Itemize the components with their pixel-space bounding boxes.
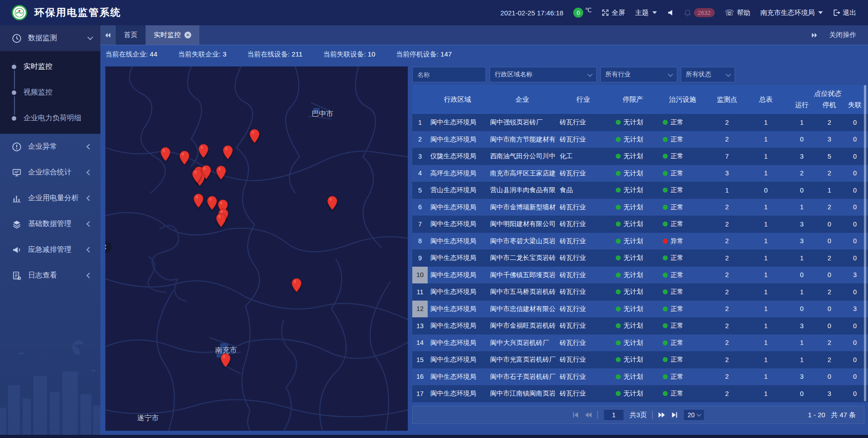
map-pin[interactable] [207, 196, 217, 210]
state-filter-select[interactable]: 所有状态 [681, 67, 735, 82]
help-button[interactable]: ☏ 帮助 [725, 8, 750, 18]
org-label: 南充市生态环境局 [760, 9, 815, 17]
tab-close-icon[interactable]: ✕ [184, 32, 191, 38]
map-pin[interactable] [193, 193, 204, 208]
pin-icon [198, 144, 209, 158]
map-pin[interactable] [216, 165, 226, 180]
map-pin[interactable] [216, 213, 226, 227]
sidebar-item[interactable]: 日志查看 [0, 263, 100, 288]
table-row[interactable]: 9 阆中生态环境局 阆中市二龙长宝页岩砖 砖瓦行业 无计划 正常 2 1 1 2… [412, 250, 868, 267]
mute-button[interactable] [667, 9, 674, 16]
org-menu[interactable]: 南充市生态环境局 [760, 9, 823, 17]
cell-meter: 1 [745, 136, 787, 143]
fullscreen-button[interactable]: 全屏 [602, 9, 625, 17]
tab[interactable]: 实时监控 ✕ [146, 25, 199, 45]
cell-industry: 砖瓦行业 [557, 271, 609, 279]
cell-facility: 正常 [656, 203, 709, 212]
map-pin[interactable] [198, 144, 209, 158]
pagination-range: 1 - 20 共 47 条 [808, 411, 864, 419]
bottom-strip [0, 435, 868, 438]
sidebar-item[interactable]: 企业综合统计 [0, 160, 100, 185]
table-row[interactable]: 14 阆中生态环境局 阆中大兴页岩机砖厂 砖瓦行业 无计划 正常 2 1 1 2… [412, 334, 868, 352]
sidebar-item[interactable]: 应急减排管理 [0, 237, 100, 263]
sidebar-item[interactable]: 企业异常 [0, 134, 100, 160]
close-operations-button[interactable]: 关闭操作 [829, 31, 856, 39]
cell-industry: 食品 [557, 186, 609, 194]
map-pin[interactable] [179, 151, 190, 165]
first-page-button[interactable] [572, 412, 580, 418]
table-row[interactable]: 10 阆中生态环境局 阆中千佛镇五郎垭页岩 砖瓦行业 无计划 正常 2 1 0 … [412, 267, 868, 284]
divider [652, 411, 653, 419]
table-row[interactable]: 6 阆中生态环境局 阆中市金博瑞新型墙材 砖瓦行业 无计划 正常 2 1 1 2… [412, 199, 868, 216]
notifications[interactable]: 2632 [684, 8, 715, 17]
map-pin[interactable] [327, 196, 338, 210]
cell-run: 3 [787, 153, 817, 160]
cell-halt: 0 [817, 221, 842, 228]
table-scrollbar[interactable] [864, 85, 866, 401]
next-page-button[interactable] [658, 412, 665, 418]
logout-button[interactable]: 退出 [833, 9, 856, 17]
sidebar-subitem[interactable]: 实时监控 [0, 54, 100, 80]
status-dot [616, 391, 621, 396]
total-count-label: 共 47 条 [831, 411, 856, 419]
map-pin[interactable] [249, 129, 260, 143]
sidebar-item[interactable]: 企业用电量分析 [0, 185, 100, 211]
cell-company: 阆中明阳建材有限公司 [487, 220, 557, 228]
fullscreen-icon [602, 9, 609, 16]
table-row[interactable]: 18 南部生态环境局 南部县砚化土陶有限公 建材加工 无计划 正常 6 0 0 … [412, 402, 868, 406]
tabs-scroll-left-button[interactable] [100, 25, 116, 45]
cell-bureau: 仪陇生态环境局 [428, 152, 487, 160]
tab[interactable]: 首页 [116, 25, 146, 45]
page-number-input[interactable] [604, 409, 624, 421]
sidebar-item[interactable]: 基础数据管理 [0, 211, 100, 237]
map-pin[interactable] [222, 145, 233, 160]
last-page-button[interactable] [671, 412, 678, 418]
cell-meter: 1 [745, 390, 787, 397]
col-run: 运行 [787, 101, 817, 109]
table-row[interactable]: 4 高坪生态环境局 南充市高坪区王家店建 砖瓦行业 无计划 正常 3 1 2 2… [412, 165, 868, 182]
cell-run: 0 [787, 136, 817, 143]
table-row[interactable]: 3 仪陇生态环境局 西南油气田分公司川中 化工 无计划 正常 7 1 3 5 0 [412, 148, 868, 165]
sidebar-subitem[interactable]: 企业电力负荷明细 [0, 105, 100, 131]
table-row[interactable]: 12 阆中生态环境局 阆中市忠信建材有限公 砖瓦行业 无计划 正常 2 1 0 … [412, 301, 868, 318]
col-meter: 总表 [745, 95, 787, 104]
table-row[interactable]: 7 阆中生态环境局 阆中明阳建材有限公司 砖瓦行业 无计划 正常 2 1 3 0… [412, 216, 868, 233]
table-row[interactable]: 5 营山生态环境局 营山县润丰肉食品有限 食品 无计划 正常 1 0 0 1 0 [412, 182, 868, 199]
cell-limit: 无计划 [609, 372, 656, 381]
table-row[interactable]: 2 阆中生态环境局 阆中市南方节能建材有 砖瓦行业 无计划 正常 2 1 0 3… [412, 131, 868, 148]
name-filter-input[interactable] [412, 67, 486, 82]
map-pin[interactable] [291, 278, 302, 292]
row-index: 12 [412, 301, 428, 318]
table-row[interactable]: 13 阆中生态环境局 阆中市金福旺页岩机砖 砖瓦行业 无计划 正常 2 1 3 … [412, 317, 868, 334]
row-index: 15 [412, 351, 428, 368]
sidebar-item-label: 数据监测 [28, 33, 88, 43]
sidebar-item[interactable]: 数据监测 [0, 25, 100, 51]
cell-limit: 无计划 [609, 339, 656, 347]
cell-run: 3 [787, 221, 817, 228]
map-pin[interactable] [192, 169, 203, 183]
table-row[interactable]: 8 阆中生态环境局 阆中市枣碧大梁山页岩 砖瓦行业 无计划 异常 2 1 3 0… [412, 233, 868, 250]
industry-filter-select[interactable]: 所有行业 [600, 67, 677, 82]
theme-button[interactable]: 主题 [635, 9, 657, 17]
status-dot [616, 306, 621, 311]
prev-page-button[interactable] [585, 412, 592, 418]
page-size-select[interactable]: 20 [684, 409, 705, 421]
cell-limit: 无计划 [609, 169, 656, 178]
cell-industry: 砖瓦行业 [557, 389, 609, 398]
cell-run: 3 [787, 322, 817, 330]
table-row[interactable]: 17 阆中生态环境局 阆中市江南镇阆南页岩 砖瓦行业 无计划 正常 2 1 0 … [412, 385, 868, 402]
tabs-scroll-right-button[interactable] [811, 33, 817, 38]
map-panel[interactable]: 巴中市 南充市 遂宁市 [105, 66, 408, 431]
table-row[interactable]: 1 阆中生态环境局 阆中强锐页岩砖厂 砖瓦行业 无计划 正常 2 1 1 2 0 [412, 114, 868, 131]
region-filter-select[interactable]: 行政区域名称 [490, 67, 597, 82]
sidebar-subitem[interactable]: 视频监控 [0, 80, 100, 105]
map-pin[interactable] [220, 353, 231, 367]
map-pin[interactable] [160, 147, 171, 161]
table-row[interactable]: 11 阆中生态环境局 阆中市五马桥页岩机砖 砖瓦行业 无计划 正常 2 1 1 … [412, 283, 868, 301]
table-row[interactable]: 15 阆中生态环境局 阆中市光富页岩机砖厂 砖瓦行业 无计划 正常 2 1 1 … [412, 351, 868, 368]
cell-run: 1 [787, 356, 817, 363]
cell-halt: 1 [817, 187, 842, 194]
row-index: 10 [412, 267, 428, 284]
status-dot [663, 340, 668, 345]
table-row[interactable]: 16 阆中生态环境局 阆中市石子页岩机砖厂 砖瓦行业 无计划 正常 2 1 3 … [412, 368, 868, 386]
